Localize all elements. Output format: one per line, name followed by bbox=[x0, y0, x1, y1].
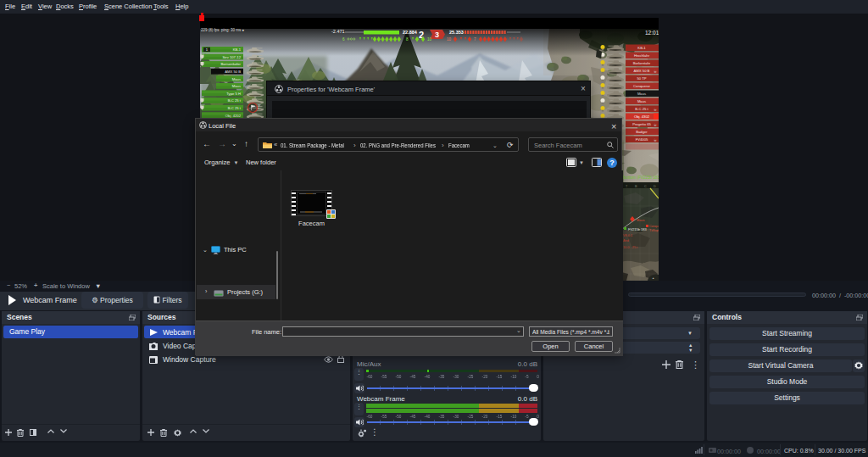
svg-text:TxSupr: TxSupr bbox=[649, 229, 659, 232]
svg-text:Conqu: Conqu bbox=[649, 225, 659, 228]
svg-text:Borkentahr: Borkentahr bbox=[633, 61, 651, 65]
svg-text:50 TP: 50 TP bbox=[637, 76, 646, 81]
svg-text:229 (8) fps ping: 30 ms ●: 229 (8) fps ping: 30 ms ● bbox=[201, 28, 245, 32]
svg-text:☠: ☠ bbox=[654, 123, 657, 127]
svg-text:AMX 50 B: AMX 50 B bbox=[225, 70, 241, 74]
svg-text:D: D bbox=[654, 185, 656, 188]
svg-text:And: And bbox=[623, 239, 629, 242]
svg-text:10.0 - 25 t: 10.0 - 25 t bbox=[623, 246, 638, 249]
svg-text:3: 3 bbox=[435, 31, 439, 39]
svg-text:Maus: Maus bbox=[232, 84, 241, 88]
svg-text:Obj. 4202: Obj. 4202 bbox=[225, 114, 242, 118]
svg-text:FV4005: FV4005 bbox=[636, 137, 648, 142]
svg-text:Type 5 H: Type 5 H bbox=[226, 92, 241, 96]
svg-text:B-C 25 t: B-C 25 t bbox=[228, 98, 242, 103]
svg-text:▲: ▲ bbox=[652, 276, 654, 280]
svg-text:-2.471: -2.471 bbox=[331, 29, 345, 34]
svg-text:Badger: Badger bbox=[636, 130, 648, 134]
svg-text:Maus: Maus bbox=[232, 77, 241, 81]
svg-text:Conqueror: Conqueror bbox=[633, 84, 650, 88]
svg-text:Hrochlahr: Hrochlahr bbox=[634, 53, 650, 58]
svg-text:KB-1: KB-1 bbox=[233, 47, 242, 52]
svg-text:AMX 50 B: AMX 50 B bbox=[634, 69, 650, 73]
svg-text:☠: ☠ bbox=[654, 108, 657, 112]
svg-text:25.353: 25.353 bbox=[449, 30, 464, 35]
svg-text:☠: ☠ bbox=[654, 70, 657, 74]
svg-text:Progetto 65: Progetto 65 bbox=[632, 122, 651, 126]
svg-text:☠: ☠ bbox=[654, 138, 657, 142]
svg-text:12:01: 12:01 bbox=[645, 30, 659, 36]
svg-text:?: ? bbox=[609, 159, 615, 167]
svg-text:Borisenkofer: Borisenkofer bbox=[220, 62, 241, 66]
svg-text:FV215b 183: FV215b 183 bbox=[628, 227, 648, 231]
svg-text:22.884: 22.884 bbox=[403, 30, 418, 35]
svg-text:10: 10 bbox=[427, 37, 432, 42]
svg-text:Maus: Maus bbox=[637, 219, 644, 222]
svg-text:illbottom (FV215b 183): illbottom (FV215b 183) bbox=[621, 176, 659, 180]
svg-text:KB-1: KB-1 bbox=[637, 46, 646, 50]
svg-text:V8.0-1: V8.0-1 bbox=[623, 234, 632, 237]
svg-text:Maus: Maus bbox=[637, 99, 646, 103]
svg-text:C: C bbox=[644, 185, 647, 188]
svg-text:Obj. 4302: Obj. 4302 bbox=[634, 114, 650, 119]
svg-text:10: 10 bbox=[447, 37, 452, 42]
svg-text:Maus: Maus bbox=[637, 92, 646, 96]
svg-text:B-C 25 t: B-C 25 t bbox=[228, 106, 242, 110]
svg-text:Sev 107-12: Sev 107-12 bbox=[223, 55, 242, 59]
svg-text:B-C 25 t: B-C 25 t bbox=[635, 107, 648, 111]
